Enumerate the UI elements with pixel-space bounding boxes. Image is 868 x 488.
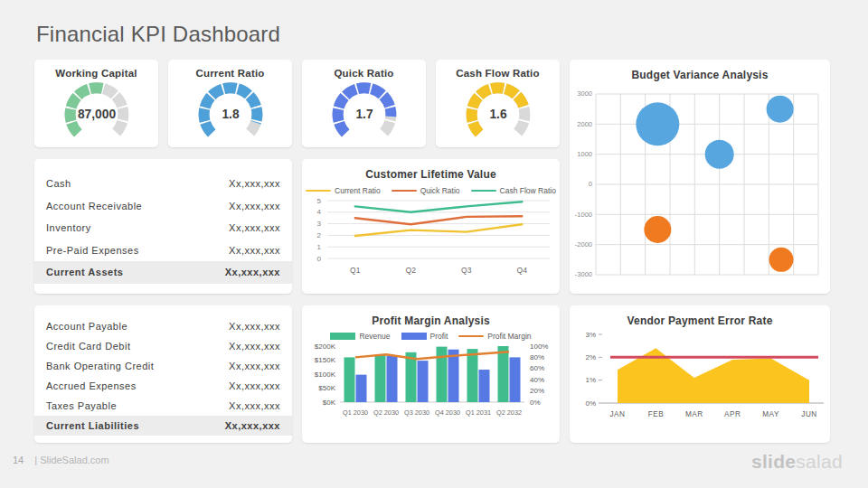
- svg-text:Q3: Q3: [461, 266, 472, 275]
- svg-text:1%: 1%: [585, 376, 596, 384]
- row-value: Xx,xxx,xxx: [229, 321, 280, 332]
- svg-text:40%: 40%: [530, 376, 544, 384]
- table-row: Account PayableXx,xxx,xxx: [34, 316, 292, 336]
- gauge-canvas: 1.6: [457, 80, 540, 141]
- svg-text:0%: 0%: [530, 399, 541, 407]
- clv-chart-canvas: 012345Q1Q2Q3Q4: [304, 195, 558, 278]
- svg-text:0%: 0%: [585, 399, 596, 408]
- table-row: InventoryXx,xxx,xxx: [34, 217, 292, 239]
- kpi-card-title: Working Capital: [55, 68, 137, 79]
- svg-text:APR: APR: [724, 410, 741, 418]
- svg-text:100%: 100%: [530, 343, 548, 351]
- table-row: Accrued ExpensesXx,xxx,xxx: [34, 376, 292, 396]
- row-value: Xx,xxx,xxx: [229, 400, 280, 411]
- kpi-card-title: Cash Flow Ratio: [456, 68, 539, 79]
- svg-text:-2000: -2000: [575, 240, 592, 249]
- row-value: Xx,xxx,xxx: [229, 245, 280, 256]
- slidesalad-logo: slidesalad: [751, 451, 843, 473]
- svg-text:FEB: FEB: [648, 410, 664, 418]
- chart-title: Budget Variance Analysis: [570, 69, 830, 81]
- svg-text:2%: 2%: [585, 353, 596, 361]
- svg-text:80%: 80%: [530, 353, 544, 361]
- row-value: Xx,xxx,xxx: [229, 201, 280, 211]
- gauge-canvas: 1.8: [189, 80, 272, 141]
- svg-text:3000: 3000: [577, 89, 592, 98]
- svg-text:JUN: JUN: [801, 410, 816, 418]
- customer-lifetime-value-card: Customer Lifetime Value Current RatioQui…: [302, 159, 560, 294]
- svg-text:Q3 2030: Q3 2030: [404, 408, 429, 417]
- working-capital-gauge: 87,000: [55, 80, 138, 145]
- svg-text:1.6: 1.6: [489, 108, 506, 121]
- table-row: CashXx,xxx,xxx: [34, 173, 292, 195]
- logo-light-part: salad: [796, 451, 843, 472]
- svg-text:-3000: -3000: [575, 270, 592, 278]
- gauge-canvas: 1.7: [323, 80, 406, 141]
- svg-text:0: 0: [589, 180, 592, 188]
- svg-text:Q1 2030: Q1 2030: [343, 408, 368, 417]
- svg-text:1000: 1000: [577, 150, 592, 158]
- svg-text:87,000: 87,000: [77, 108, 115, 121]
- row-label: Current Assets: [46, 267, 123, 277]
- legend-label: Quick Ratio: [420, 186, 460, 195]
- svg-text:$50K: $50K: [318, 384, 335, 392]
- svg-text:Q1 2031: Q1 2031: [466, 408, 491, 417]
- svg-text:$200K: $200K: [315, 343, 336, 351]
- row-label: Accrued Expenses: [46, 380, 137, 391]
- row-label: Bank Operating Credit: [46, 361, 154, 371]
- kpi-card-cash-flow-ratio: Cash Flow Ratio 1.6: [436, 60, 560, 147]
- table-row: Account ReceivableXx,xxx,xxx: [34, 195, 292, 218]
- table-row: Taxes PayableXx,xxx,xxx: [34, 396, 292, 416]
- svg-text:Q4 2030: Q4 2030: [435, 408, 460, 417]
- svg-text:2000: 2000: [577, 120, 592, 128]
- clv-chart: 012345Q1Q2Q3Q4: [302, 195, 560, 278]
- quick-ratio-gauge: 1.7: [323, 80, 406, 145]
- svg-text:Q2 2030: Q2 2030: [373, 408, 399, 417]
- svg-text:1.8: 1.8: [222, 108, 239, 121]
- table-total-row: Current LiabilitiesXx,xxx,xxx: [34, 416, 292, 436]
- kpi-card-quick-ratio: Quick Ratio 1.7: [302, 60, 426, 147]
- row-value: Xx,xxx,xxx: [225, 420, 280, 431]
- legend-label: Revenue: [359, 332, 390, 341]
- chart-title: Profit Margin Analysis: [302, 314, 560, 327]
- logo-bold-part: slide: [751, 451, 796, 472]
- page-number: 14: [13, 455, 24, 465]
- legend-label: Current Ratio: [335, 186, 381, 195]
- vendor-error-card: Vendor Payment Error Rate 3%2%1%0%JANFEB…: [570, 305, 830, 443]
- legend-swatch-line: [458, 335, 484, 338]
- legend-swatch-line: [306, 190, 331, 192]
- svg-text:Q1: Q1: [350, 266, 361, 275]
- svg-text:60%: 60%: [530, 364, 544, 372]
- table-row: Pre-Paid ExpensesXx,xxx,xxx: [34, 239, 292, 262]
- row-label: Cash: [46, 178, 71, 189]
- svg-text:JAN: JAN: [610, 410, 626, 418]
- legend-label: Cash Flow Ratio: [500, 186, 556, 195]
- row-label: Pre-Paid Expenses: [46, 245, 139, 256]
- row-label: Taxes Payable: [46, 400, 117, 411]
- footer: 14 | SlideSalad.com: [13, 455, 109, 465]
- budget-variance-chart: 3000200010000-1000-2000-3000: [570, 87, 830, 284]
- row-value: Xx,xxx,xxx: [229, 178, 280, 189]
- row-label: Credit Card Debit: [46, 341, 130, 352]
- svg-text:Q2: Q2: [406, 266, 417, 275]
- gauge-canvas: 87,000: [55, 80, 138, 141]
- chart-title: Vendor Payment Error Rate: [570, 314, 830, 327]
- table-row: Credit Card DebitXx,xxx,xxx: [34, 336, 292, 356]
- legend-item: Quick Ratio: [392, 186, 460, 195]
- legend-item: Cash Flow Ratio: [471, 186, 556, 195]
- svg-text:Q4: Q4: [517, 266, 528, 275]
- profit-margin-legend: RevenueProfitProfit Margin: [302, 332, 560, 341]
- footer-site-link: | SlideSalad.com: [34, 455, 108, 465]
- chart-title: Customer Lifetime Value: [302, 168, 560, 181]
- kpi-card-working-capital: Working Capital 87,000: [34, 60, 158, 147]
- current-liabilities-table: Account PayableXx,xxx,xxxCredit Card Deb…: [34, 305, 292, 443]
- profit-margin-card: Profit Margin Analysis RevenueProfitProf…: [302, 305, 560, 443]
- profit-margin-chart: $0K$50K$100K$150K$200K0%20%40%60%80%100%…: [302, 341, 560, 422]
- svg-text:MAY: MAY: [762, 410, 779, 418]
- svg-text:$0K: $0K: [323, 399, 336, 407]
- kpi-card-title: Current Ratio: [195, 68, 264, 79]
- kpi-card-title: Quick Ratio: [334, 68, 393, 79]
- svg-text:1: 1: [317, 243, 322, 251]
- row-value: Xx,xxx,xxx: [229, 361, 280, 371]
- legend-item: Profit Margin: [458, 332, 531, 341]
- row-label: Current Liabilities: [46, 420, 139, 431]
